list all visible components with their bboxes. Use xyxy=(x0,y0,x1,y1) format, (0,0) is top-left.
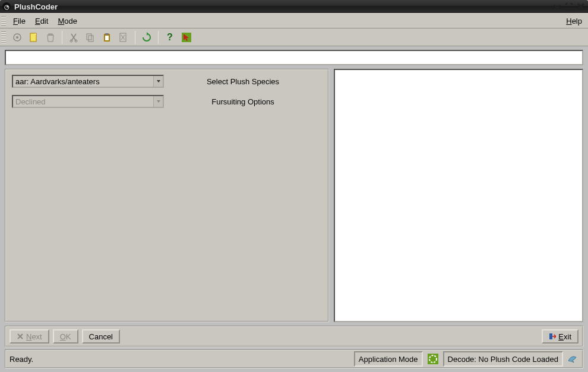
svg-rect-6 xyxy=(87,34,91,40)
menu-bar: File Edit Mode Help xyxy=(0,13,588,28)
cut-icon[interactable] xyxy=(66,30,81,45)
fursuiting-dropdown: Declined xyxy=(12,95,164,108)
menu-mode[interactable]: Mode xyxy=(53,14,82,28)
app-icon: ◔ xyxy=(2,2,11,11)
species-caption: Select Plush Species xyxy=(164,77,322,86)
chevron-down-icon xyxy=(153,96,163,107)
cancel-button[interactable]: Cancel xyxy=(82,329,120,344)
status-ready: Ready. xyxy=(10,355,350,364)
svg-rect-14 xyxy=(549,333,552,339)
svg-text:?: ? xyxy=(167,32,173,42)
svg-rect-10 xyxy=(105,33,109,35)
dolphin-icon xyxy=(567,352,578,366)
next-button: Next xyxy=(10,329,49,344)
svg-rect-2 xyxy=(30,33,36,42)
svg-rect-3 xyxy=(49,34,52,35)
refresh-icon[interactable] xyxy=(139,30,154,45)
menu-file[interactable]: File xyxy=(8,14,30,28)
close-button[interactable] xyxy=(576,2,586,11)
toolbar-grip xyxy=(1,31,6,43)
ok-button: OK xyxy=(53,329,78,344)
clear-icon[interactable] xyxy=(116,30,131,45)
menubar-grip xyxy=(1,16,6,26)
cancel-x-icon xyxy=(17,333,24,340)
title-bar: ◔ PlushCoder xyxy=(0,0,588,13)
maximize-button[interactable] xyxy=(564,2,574,11)
mode-icon xyxy=(426,352,440,365)
cancel-label: Cancel xyxy=(89,332,113,341)
trash-icon[interactable] xyxy=(43,30,58,45)
button-bar: Next OK Cancel Exit xyxy=(5,326,583,347)
species-dropdown[interactable]: aar: Aardvarks/anteaters xyxy=(12,75,164,88)
fursuiting-selected: Declined xyxy=(13,97,153,106)
status-bar: Ready. Application Mode Decode: No Plush… xyxy=(5,349,583,368)
main-area: aar: Aardvarks/anteaters Select Plush Sp… xyxy=(5,69,583,322)
help-icon[interactable]: ? xyxy=(162,30,178,45)
settings-icon[interactable] xyxy=(10,30,25,45)
svg-rect-9 xyxy=(105,36,109,40)
toolbar: ? xyxy=(0,28,588,46)
preview-panel xyxy=(334,69,583,322)
svg-rect-7 xyxy=(88,36,93,42)
svg-point-1 xyxy=(16,36,18,39)
status-decode: Decode: No Plush Code Loaded xyxy=(443,351,563,367)
minimize-button[interactable] xyxy=(552,2,562,11)
window-title: PlushCoder xyxy=(14,2,58,11)
copy-icon[interactable] xyxy=(83,30,98,45)
menu-edit[interactable]: Edit xyxy=(30,14,53,28)
species-selected: aar: Aardvarks/anteaters xyxy=(13,77,153,86)
code-input[interactable] xyxy=(5,50,583,65)
status-mode-label: Application Mode xyxy=(354,351,423,367)
options-panel: aar: Aardvarks/anteaters Select Plush Sp… xyxy=(5,69,329,322)
pointer-icon[interactable] xyxy=(179,30,194,45)
fursuiting-caption: Fursuiting Options xyxy=(164,97,322,106)
chevron-down-icon xyxy=(153,76,163,87)
exit-icon xyxy=(549,333,556,340)
exit-button[interactable]: Exit xyxy=(542,329,578,344)
menu-help[interactable]: Help xyxy=(561,14,587,28)
new-file-icon[interactable] xyxy=(26,30,42,45)
paste-icon[interactable] xyxy=(99,30,115,45)
